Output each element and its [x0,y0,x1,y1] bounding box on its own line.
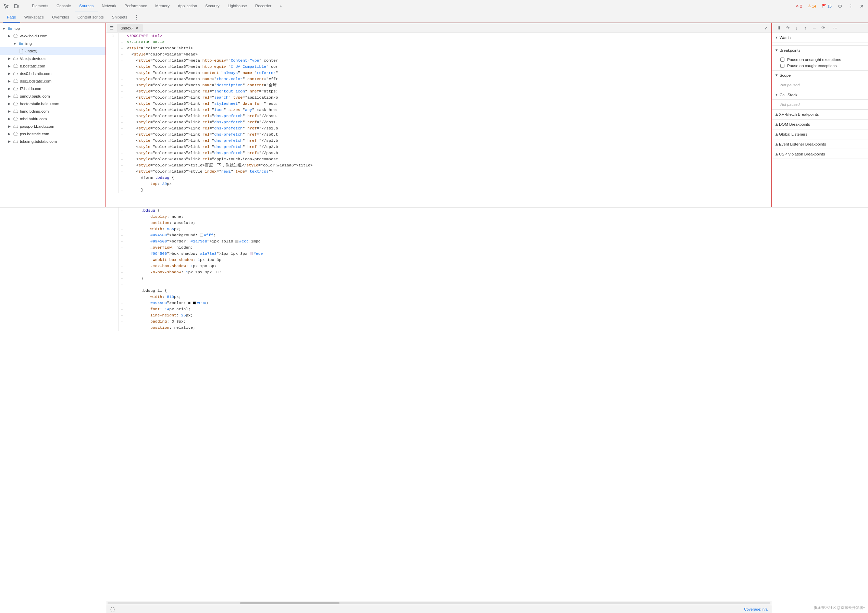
code-line[interactable]: - <style="color:#1a1aa6">head> [106,51,771,57]
tree-item-himg-bdimg-com[interactable]: ▶himg.bdimg.com [0,108,105,115]
file-tab-index[interactable]: (index) ✕ [117,24,143,32]
toolbar-tab-recorder[interactable]: Recorder [251,0,275,12]
maximize-icon[interactable]: ⤢ [762,24,770,32]
code-line[interactable]: - <style="color:#1a1aa6">link rel="dns-p… [106,113,771,119]
pretty-print-button[interactable]: { } [110,607,115,612]
code-line[interactable]: - <style="color:#1a1aa6">link rel="icon"… [106,107,771,113]
toolbar-tab-lighthouse[interactable]: Lighthouse [224,0,251,12]
code-line[interactable]: - .bdsug li { [106,288,772,294]
checkbox-input[interactable] [780,64,784,68]
code-line[interactable]: -<!--STATUS OK--> [106,39,771,45]
tree-item-top[interactable]: ▶top [0,25,105,32]
sub-tab-snippets[interactable]: Snippets [108,12,132,23]
section-header-dom[interactable]: ▶DOM Breakpoints [772,119,868,129]
step-into-icon[interactable]: ↓ [793,24,800,32]
section-header-breakpoints[interactable]: ▼Breakpoints [772,46,868,55]
code-line[interactable]: - _overflow: hidden; [106,245,772,251]
sub-tab-more-icon[interactable]: ⋮ [132,13,140,22]
tree-item-tukuimg-bdstatic-com[interactable]: ▶tukuimg.bdstatic.com [0,138,105,145]
sidebar-toggle-icon[interactable]: ☰ [108,24,116,32]
section-header-scope[interactable]: ▼Scope [772,71,868,80]
tree-item-dss1-bdstatic-com[interactable]: ▶dss1.bdstatic.com [0,77,105,85]
section-header-listeners[interactable]: ▶Global Listeners [772,130,868,139]
editor-scrollbar[interactable] [106,601,772,605]
coverage-label[interactable]: Coverage: n/a [744,607,768,611]
toolbar-tab-network[interactable]: Network [98,0,120,12]
code-line[interactable]: - <style="color:#1a1aa6">meta content="a… [106,70,771,76]
code-editor[interactable]: 1 <!DOCTYPE html>-<!--STATUS OK-->-<styl… [106,33,771,207]
tree-item--index-[interactable]: (index) [0,47,105,55]
deactivate-breakpoints-icon[interactable]: ⟳ [819,24,827,32]
section-header-event_listeners[interactable]: ▶Event Listener Breakpoints [772,139,868,149]
code-line[interactable]: - -webkit-box-shadow: 1px 1px 3p [106,257,772,263]
checkbox-item[interactable]: Pause on uncaught exceptions [772,57,868,63]
code-line[interactable]: - top: 39px [106,181,771,187]
tree-item-mbd-baidu-com[interactable]: ▶mbd.baidu.com [0,115,105,122]
code-line[interactable]: - #994500">box-shadow: #1a73e8">1px 1px … [106,251,772,257]
section-header-xhr[interactable]: ▶XHR/fetch Breakpoints [772,110,868,119]
code-line[interactable]: - -moz-box-shadow: 1px 1px 3px [106,263,772,269]
toolbar-tab-sources[interactable]: Sources [75,0,98,12]
code-line[interactable]: - <style="color:#1a1aa6">link rel="dns-p… [106,138,771,144]
toolbar-tab-elements[interactable]: Elements [28,0,53,12]
code-line[interactable]: - <style="color:#1a1aa6">link rel="dns-p… [106,144,771,150]
section-header-call_stack[interactable]: ▼Call Stack [772,90,868,100]
tree-item-hectorstatic-baidu-com[interactable]: ▶hectorstatic.baidu.com [0,100,105,108]
tree-item-dss0-bdstatic-com[interactable]: ▶dss0.bdstatic.com [0,70,105,77]
checkbox-input[interactable] [780,57,784,62]
code-line[interactable]: - #994500">color: ■ #000; [106,300,772,306]
toolbar-tab-console[interactable]: Console [53,0,75,12]
tree-item-f7-baidu-com[interactable]: ▶f7.baidu.com [0,85,105,93]
tree-item-www-baidu-com[interactable]: ▶www.baidu.com [0,32,105,40]
settings-icon[interactable]: ⚙ [835,2,845,11]
code-line[interactable]: - width: 519px; [106,294,772,300]
code-line[interactable]: - <style="color:#1a1aa6">link rel="searc… [106,94,771,101]
code-line[interactable]: - #994500">background: #fff; [106,232,772,238]
more-options-icon[interactable]: ⋮ [846,2,856,11]
code-line[interactable]: - <style="color:#1a1aa6">link rel="dns-p… [106,125,771,132]
toolbar-tab-security[interactable]: Security [201,0,224,12]
code-line[interactable]: - <style="color:#1a1aa6">meta http-equiv… [106,57,771,64]
code-line[interactable]: - padding: 0 8px; [106,319,772,325]
info-count[interactable]: 🚩 15 [820,3,834,9]
tree-item-vue-js-devtools[interactable]: ▶Vue.js devtools [0,55,105,62]
sub-tab-workspace[interactable]: Workspace [20,12,48,23]
code-line[interactable]: - <style="color:#1a1aa6">link rel="style… [106,101,771,107]
toolbar-more-tabs[interactable]: » [275,0,286,12]
error-count[interactable]: ✕ 2 [794,3,804,9]
code-line[interactable]: - position: absolute; [106,220,772,226]
file-tab-close-icon[interactable]: ✕ [135,26,140,31]
code-line[interactable]: - font: 14px arial; [106,306,772,312]
inspect-icon[interactable] [2,2,11,11]
tree-item-img[interactable]: ▶img [0,40,105,47]
code-line[interactable]: - <style="color:#1a1aa6">style index="ne… [106,169,771,175]
code-line[interactable]: - } [106,187,771,193]
code-line[interactable]: - line-height: 25px; [106,312,772,319]
code-line[interactable]: - display: none; [106,214,772,220]
toolbar-tab-memory[interactable]: Memory [151,0,174,12]
device-icon[interactable] [12,2,21,11]
more-debug-icon[interactable]: ⋯ [831,24,839,32]
code-line[interactable]: - #994500">border: #1a73e8">1px solid #c… [106,238,772,245]
checkbox-item[interactable]: Pause on caught exceptions [772,63,868,69]
code-editor-bottom[interactable]: - .bdsug {- display: none;- position: ab… [106,207,772,601]
code-line[interactable]: - #form .bdsug { [106,175,771,181]
warning-count[interactable]: ⚠ 14 [806,3,818,9]
code-line[interactable]: - <style="color:#1a1aa6">link rel="dns-p… [106,119,771,125]
pause-resume-icon[interactable]: ⏸ [775,24,782,32]
code-line[interactable]: - [106,282,772,288]
sub-tab-overrides[interactable]: Overrides [48,12,73,23]
code-line[interactable]: - width: 535px; [106,226,772,232]
code-line[interactable]: - <style="color:#1a1aa6">link rel="short… [106,88,771,94]
code-line[interactable]: - -o-box-shadow: 1px 1px 3px □: [106,269,772,276]
step-icon[interactable]: → [811,24,818,32]
code-line[interactable]: - <style="color:#1a1aa6">link rel="dns-p… [106,132,771,138]
code-line[interactable]: - <style="color:#1a1aa6">meta name="them… [106,76,771,82]
toolbar-tab-application[interactable]: Application [174,0,201,12]
code-line[interactable]: - <style="color:#1a1aa6">link rel="dns-p… [106,150,771,156]
code-line[interactable]: -<style="color:#1a1aa6">html> [106,45,771,51]
code-line[interactable]: - position: relative; [106,325,772,331]
step-out-icon[interactable]: ↑ [801,24,809,32]
toolbar-tab-performance[interactable]: Performance [121,0,151,12]
scrollbar-thumb[interactable] [240,602,339,604]
